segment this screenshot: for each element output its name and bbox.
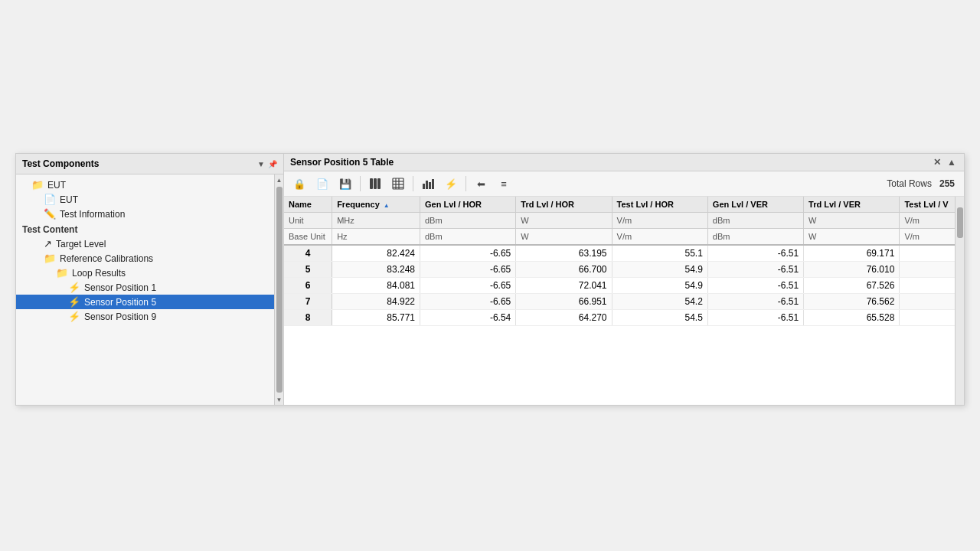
table-cell — [900, 278, 964, 294]
folder-icon: 📁 — [44, 253, 56, 264]
table-cell: -6.51 — [707, 262, 803, 278]
table-row[interactable]: 784.922-6.6566.95154.2-6.5176.562 — [284, 294, 964, 310]
left-panel: Test Components ▼ 📌 📁 EUT 📄 EUT ✏️ Test … — [16, 154, 284, 405]
baseunit-frequency: Hz — [332, 229, 420, 246]
toolbar: 🔒 📄 💾 ⚡ ⬅ ≡ Total Rows 255 — [284, 171, 964, 197]
titlebar-controls: ✕ ▲ — [932, 157, 958, 168]
svg-rect-0 — [370, 178, 373, 189]
close-button[interactable]: ✕ — [932, 157, 942, 168]
baseunit-name: Base Unit — [284, 229, 332, 246]
table-cell: -6.51 — [707, 245, 803, 262]
tree-content: 📁 EUT 📄 EUT ✏️ Test Information Test Con… — [16, 174, 283, 405]
tree-item-sensor-pos-9[interactable]: ⚡ Sensor Position 9 — [16, 309, 283, 324]
col-header-test-hor[interactable]: Test Lvl / HOR — [612, 197, 707, 213]
table-cell: 72.041 — [516, 278, 612, 294]
subheader-gen-ver: dBm — [707, 213, 803, 229]
table-cell: -6.51 — [707, 310, 803, 326]
table-cell — [900, 245, 964, 262]
table-cell: 76.562 — [804, 294, 900, 310]
svg-rect-12 — [432, 179, 434, 189]
tree-item-sensor-pos-5[interactable]: ⚡ Sensor Position 5 — [16, 295, 283, 309]
sensor-icon: ⚡ — [68, 311, 80, 322]
col-header-trd-ver[interactable]: Trd Lvl / VER — [804, 197, 900, 213]
tree-item-label: Test Information — [60, 209, 125, 220]
table-cell: -6.65 — [420, 262, 515, 278]
tree-item-test-info[interactable]: ✏️ Test Information — [16, 207, 283, 221]
table-cell: 67.526 — [804, 278, 900, 294]
subheader-test-ver: V/m — [900, 213, 964, 229]
table-cell: 7 — [284, 294, 332, 310]
tree-item-label: Loop Results — [72, 268, 126, 279]
left-panel-header: Test Components ▼ 📌 — [16, 154, 283, 174]
lock-button[interactable]: 🔒 — [289, 174, 310, 193]
left-panel-scrollbar[interactable]: ▲ ▼ — [274, 174, 283, 405]
col-header-gen-ver[interactable]: Gen Lvl / VER — [707, 197, 803, 213]
table-baseunit-row: Base Unit Hz dBm W V/m dBm W V/m — [284, 229, 964, 246]
table-cell: -6.54 — [420, 310, 515, 326]
table-cell: 65.528 — [804, 310, 900, 326]
table-cell: -6.65 — [420, 245, 515, 262]
left-panel-title: Test Components — [22, 158, 99, 169]
filter-button[interactable]: ≡ — [493, 174, 514, 193]
col-header-name[interactable]: Name — [284, 197, 332, 213]
col-header-test-ver[interactable]: Test Lvl / V — [900, 197, 964, 213]
table-cell: 54.5 — [612, 310, 707, 326]
baseunit-test-ver: V/m — [900, 229, 964, 246]
dropdown-icon[interactable]: ▼ — [257, 160, 265, 168]
baseunit-gen-hor: dBm — [420, 229, 515, 246]
table-title: Sensor Position 5 Table — [290, 157, 394, 168]
tree-item-target-level[interactable]: ↗ Target Level — [16, 236, 283, 251]
table-cell: 6 — [284, 278, 332, 294]
table-cell: 82.424 — [332, 245, 420, 262]
table-cell: 84.081 — [332, 278, 420, 294]
table-cell — [900, 294, 964, 310]
col-header-gen-hor[interactable]: Gen Lvl / HOR — [420, 197, 515, 213]
table-cell: 84.922 — [332, 294, 420, 310]
tree-item-label: Reference Calibrations — [60, 253, 153, 264]
scroll-up-arrow[interactable]: ▲ — [275, 174, 284, 185]
baseunit-trd-hor: W — [516, 229, 612, 246]
table-cell: 54.2 — [612, 294, 707, 310]
save-button[interactable]: 💾 — [335, 174, 356, 193]
scroll-thumb-right[interactable] — [957, 207, 963, 238]
signal-button[interactable]: ⚡ — [440, 174, 462, 193]
sensor-icon: ⚡ — [68, 296, 80, 308]
total-rows-text: Total Rows — [887, 178, 932, 189]
table-cell — [900, 262, 964, 278]
view-table-button[interactable] — [387, 174, 409, 193]
right-table-scrollbar[interactable] — [955, 197, 964, 405]
tree-item-label: Sensor Position 5 — [84, 297, 156, 308]
scroll-thumb[interactable] — [276, 187, 283, 393]
separator-3 — [466, 176, 466, 191]
view-cols-button[interactable] — [364, 174, 386, 193]
subheader-trd-hor: W — [516, 213, 612, 229]
table-subheader-row: Unit MHz dBm W V/m dBm W V/m — [284, 213, 964, 229]
tree-item-eut[interactable]: 📄 EUT — [16, 192, 283, 207]
col-header-frequency[interactable]: Frequency ▲ — [332, 197, 420, 213]
tree-item-label: Sensor Position 9 — [84, 311, 156, 322]
scroll-down-arrow[interactable]: ▼ — [275, 394, 284, 405]
tree-item-sensor-pos-1[interactable]: ⚡ Sensor Position 1 — [16, 280, 283, 295]
arrow-icon: ↗ — [44, 238, 52, 249]
table-cell: 8 — [284, 310, 332, 326]
table-row[interactable]: 482.424-6.6563.19555.1-6.5169.171 — [284, 245, 964, 262]
pin-icon[interactable]: 📌 — [268, 160, 277, 168]
export-button[interactable]: ⬅ — [470, 174, 492, 193]
table-cell: 5 — [284, 262, 332, 278]
maximize-button[interactable]: ▲ — [946, 157, 958, 168]
subheader-gen-hor: dBm — [420, 213, 515, 229]
table-row[interactable]: 583.248-6.6566.70054.9-6.5176.010 — [284, 262, 964, 278]
tree-item-label: Sensor Position 1 — [84, 282, 156, 293]
copy-button[interactable]: 📄 — [312, 174, 333, 193]
tree-item-eut-folder[interactable]: 📁 EUT — [16, 178, 283, 192]
doc-icon: 📄 — [44, 194, 56, 205]
table-row[interactable]: 885.771-6.5464.27054.5-6.5165.528 — [284, 310, 964, 326]
table-row[interactable]: 684.081-6.6572.04154.9-6.5167.526 — [284, 278, 964, 294]
chart-button[interactable] — [417, 174, 439, 193]
tree-item-ref-cal[interactable]: 📁 Reference Calibrations — [16, 251, 283, 266]
col-header-trd-hor[interactable]: Trd Lvl / HOR — [516, 197, 612, 213]
subheader-test-hor: V/m — [612, 213, 707, 229]
tree-item-loop-results[interactable]: 📁 Loop Results — [16, 266, 283, 280]
table-cell: 54.9 — [612, 278, 707, 294]
table-cell: 63.195 — [516, 245, 612, 262]
